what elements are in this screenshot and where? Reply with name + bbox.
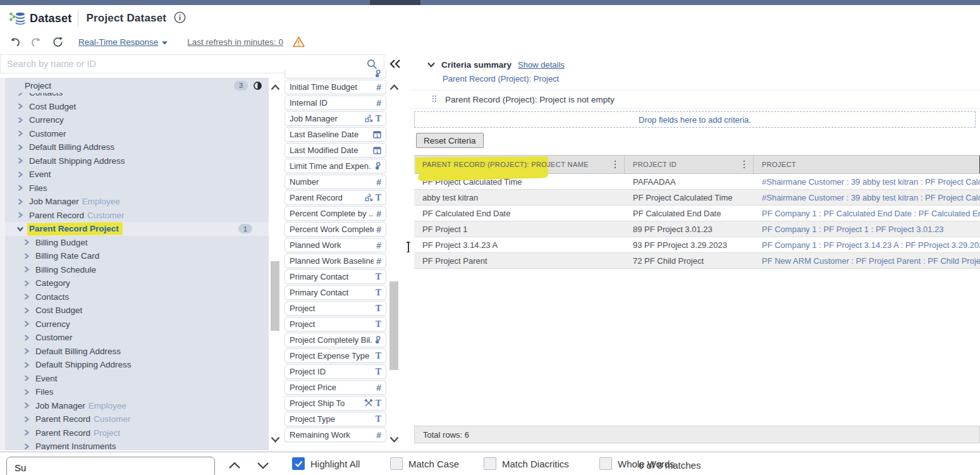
- criteria-dropzone[interactable]: Drop fields here to add criteria.: [414, 111, 976, 128]
- tree-item-project-root[interactable]: Project 3: [5, 78, 269, 93]
- chevron-right-icon[interactable]: [16, 198, 24, 206]
- tree-item-currency[interactable]: Currency: [5, 318, 269, 331]
- chevron-right-icon[interactable]: [23, 238, 30, 246]
- column-menu-icon[interactable]: [613, 158, 618, 171]
- table-row[interactable]: PF Calculated End DatePF Calculated End …: [414, 206, 980, 221]
- field-chip-last-modified-date[interactable]: Last Modified Date1: [285, 143, 386, 157]
- chevron-right-icon[interactable]: [16, 130, 24, 137]
- tree-item-files[interactable]: Files: [5, 182, 269, 195]
- chevron-right-icon[interactable]: [23, 429, 30, 436]
- response-mode-dropdown[interactable]: Real-Time Response: [78, 37, 158, 47]
- criteria-collapse-icon[interactable]: [427, 59, 435, 70]
- project-link-cell[interactable]: PF Company 1 : PF Project 1 : PF Project…: [754, 221, 980, 237]
- find-input[interactable]: [6, 457, 215, 475]
- tree-item-cost-budget[interactable]: Cost Budget: [5, 100, 269, 114]
- tree-item-default-shipping-address[interactable]: Default Shipping Address: [5, 358, 269, 372]
- field-chip-internal-id[interactable]: Internal ID#: [285, 96, 386, 110]
- match-case-checkbox[interactable]: Match Case: [390, 457, 459, 470]
- chevron-right-icon[interactable]: [23, 443, 30, 450]
- visibility-toggle-icon[interactable]: [253, 81, 262, 90]
- search-icon[interactable]: [360, 59, 384, 70]
- table-row[interactable]: abby test kitranPF Project Calculated Ti…: [414, 190, 980, 206]
- refresh-button[interactable]: [49, 35, 66, 50]
- chevron-right-icon[interactable]: [16, 184, 24, 192]
- project-link-cell[interactable]: #Shairmane Customer : 39 abby test kitra…: [754, 190, 980, 205]
- table-row[interactable]: PF Project Parent72 PF Child ProjectPF N…: [414, 253, 980, 269]
- info-icon[interactable]: [174, 11, 186, 26]
- field-chip-planned-work[interactable]: Planned Work#: [285, 238, 386, 252]
- tree-item-event[interactable]: Event: [5, 372, 269, 386]
- tree-item-payment-instruments[interactable]: Payment Instruments: [5, 440, 269, 450]
- chevron-right-icon[interactable]: [23, 307, 30, 314]
- column-header-project[interactable]: PROJECT: [754, 156, 980, 173]
- collapse-panel-icon[interactable]: [387, 56, 403, 72]
- chevron-right-icon[interactable]: [16, 211, 24, 219]
- chevron-right-icon[interactable]: [23, 402, 30, 409]
- checkbox-icon[interactable]: [390, 457, 403, 470]
- chevron-right-icon[interactable]: [23, 320, 30, 328]
- tree-item-default-shipping-address[interactable]: Default Shipping Address: [5, 154, 269, 168]
- find-previous-icon[interactable]: [224, 459, 245, 472]
- field-chip-project[interactable]: ProjectT: [285, 317, 386, 331]
- chevron-right-icon[interactable]: [16, 171, 24, 178]
- find-next-icon[interactable]: [253, 459, 273, 472]
- tree-item-parent-record-customer[interactable]: Parent RecordCustomer: [5, 412, 269, 426]
- field-chip-remaining-work[interactable]: Remaining Work#: [285, 428, 386, 442]
- project-link-cell[interactable]: PF New ARM Customer : PF Project Parent …: [754, 253, 980, 268]
- chevron-right-icon[interactable]: [23, 280, 30, 287]
- tree-item-customer[interactable]: Customer: [5, 127, 269, 141]
- tree-item-files[interactable]: Files: [5, 385, 269, 399]
- field-chip-project[interactable]: ProjectT: [285, 301, 386, 316]
- chevron-right-icon[interactable]: [23, 334, 30, 342]
- tree-scroll-thumb[interactable]: [271, 261, 279, 331]
- match-diacritics-checkbox[interactable]: Match Diacritics: [484, 457, 569, 470]
- tree-item-billing-budget[interactable]: Billing Budget: [5, 236, 269, 250]
- field-chip-planned-work-baseline[interactable]: Planned Work Baseline#: [285, 254, 386, 268]
- tree-scroll-up-icon[interactable]: [269, 82, 281, 93]
- tree-item-parent-record-customer[interactable]: Parent RecordCustomer: [5, 209, 269, 223]
- field-chip-clipped[interactable]: [285, 70, 386, 78]
- tree-item-default-billing-address[interactable]: Default Billing Address: [5, 345, 269, 359]
- chevron-right-icon[interactable]: [23, 266, 30, 273]
- criteria-rule-row[interactable]: Parent Record (Project): Project is not …: [410, 90, 980, 109]
- table-row[interactable]: PF Project 3.14.23 A93 PF PProject 3.29.…: [414, 237, 980, 253]
- chevron-right-icon[interactable]: [16, 157, 24, 164]
- checkbox-icon[interactable]: [599, 457, 612, 470]
- field-chip-project-expense-type[interactable]: Project Expense TypeT: [285, 349, 386, 363]
- tree-item-cost-budget[interactable]: Cost Budget: [5, 304, 269, 318]
- field-chip-job-manager[interactable]: Job ManagerT: [285, 111, 386, 126]
- chevron-right-icon[interactable]: [16, 102, 24, 110]
- tree-item-billing-schedule[interactable]: Billing Schedule: [5, 263, 269, 277]
- column-menu-icon[interactable]: [742, 158, 747, 171]
- chevron-right-icon[interactable]: [23, 347, 30, 355]
- chevron-down-icon[interactable]: [16, 225, 24, 233]
- tree-item-event[interactable]: Event: [5, 168, 269, 182]
- tree-item-job-manager-employee[interactable]: Job ManagerEmployee: [5, 195, 269, 209]
- field-chip-number[interactable]: Number#: [285, 175, 386, 189]
- field-chip-percent-complete-by[interactable]: Percent Complete by ...#: [285, 206, 386, 221]
- column-header-parent-record[interactable]: PARENT RECORD (PROJECT): PROJECT NAME: [414, 156, 625, 173]
- show-details-link[interactable]: Show details: [518, 60, 565, 70]
- field-search-input[interactable]: [1, 59, 360, 69]
- chevron-down-icon[interactable]: [161, 37, 168, 48]
- last-refresh-link[interactable]: Last refresh in minutes: 0: [187, 37, 283, 47]
- project-link-cell[interactable]: #Shairmane Customer : 39 abby test kitra…: [754, 174, 980, 189]
- field-chip-primary-contact[interactable]: Primary ContactT: [285, 285, 386, 300]
- field-chip-last-baseline-date[interactable]: Last Baseline Date1: [285, 127, 386, 142]
- chevron-right-icon[interactable]: [23, 252, 30, 260]
- reset-criteria-button[interactable]: Reset Criteria: [416, 133, 484, 148]
- field-chip-project-type[interactable]: Project TypeT: [285, 412, 386, 426]
- chevron-right-icon[interactable]: [23, 416, 30, 423]
- chevron-right-icon[interactable]: [23, 361, 30, 369]
- tree-item-currency[interactable]: Currency: [5, 113, 269, 127]
- field-chip-project-id[interactable]: Project IDT: [285, 364, 386, 379]
- chevron-right-icon[interactable]: [16, 116, 24, 124]
- chips-scroll-down-icon[interactable]: [388, 434, 400, 445]
- chevron-right-icon[interactable]: [23, 374, 30, 382]
- chips-scroll-thumb[interactable]: [389, 281, 398, 370]
- field-chip-project-price[interactable]: Project Price#: [285, 380, 386, 395]
- undo-button[interactable]: [6, 35, 23, 50]
- redo-button[interactable]: [28, 35, 44, 50]
- tree-item-default-billing-address[interactable]: Default Billing Address: [5, 140, 269, 154]
- tree-item-category[interactable]: Category: [5, 276, 269, 290]
